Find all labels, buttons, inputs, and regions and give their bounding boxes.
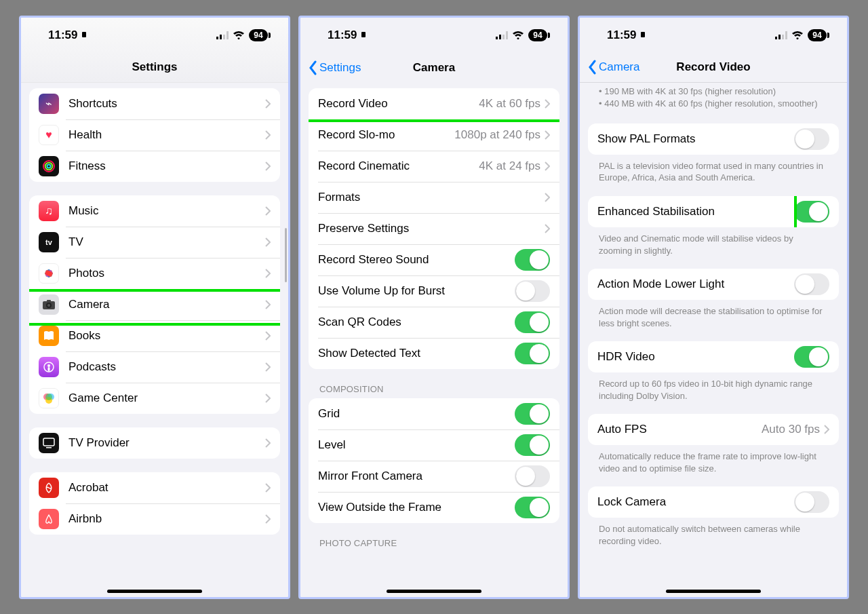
row-stereo[interactable]: Record Stereo Sound [309, 244, 559, 275]
location-icon [80, 28, 88, 42]
row-grid[interactable]: Grid [309, 398, 559, 429]
battery-icon: 94 [528, 29, 547, 41]
row-label: Record Slo-mo [318, 128, 454, 142]
storage-info: 190 MB with 4K at 30 fps (higher resolut… [580, 81, 847, 117]
row-record-slomo[interactable]: Record Slo-mo 1080p at 240 fps [309, 119, 559, 151]
row-label: Acrobat [68, 481, 265, 495]
row-preserve[interactable]: Preserve Settings [309, 213, 559, 244]
row-level[interactable]: Level [309, 429, 559, 461]
row-outside[interactable]: View Outside the Frame [309, 492, 559, 523]
settings-group-tvprovider: TV Provider [29, 427, 280, 459]
toggle-stab[interactable] [794, 201, 829, 223]
scrollbar[interactable] [285, 228, 287, 282]
row-record-video[interactable]: Record Video 4K at 60 fps [309, 88, 559, 119]
row-music[interactable]: ♫ Music [29, 195, 280, 227]
svg-rect-33 [506, 31, 508, 39]
toggle-hdr[interactable] [794, 346, 829, 368]
row-value: 1080p at 240 fps [454, 128, 540, 142]
row-label: Formats [318, 191, 545, 204]
row-podcasts[interactable]: Podcasts [29, 351, 280, 383]
row-value: 4K at 60 fps [479, 97, 540, 111]
row-autofps[interactable]: Auto FPS Auto 30 fps [588, 414, 839, 445]
home-indicator[interactable] [107, 590, 202, 593]
tvprovider-icon [39, 433, 59, 453]
row-mirror[interactable]: Mirror Front Camera [309, 461, 559, 492]
toggle-volburst[interactable] [515, 280, 550, 302]
toggle-grid[interactable] [515, 403, 550, 425]
home-indicator[interactable] [666, 590, 761, 593]
home-indicator[interactable] [387, 590, 481, 593]
svg-rect-17 [47, 300, 51, 302]
podcasts-icon [39, 357, 59, 377]
toggle-action[interactable] [794, 273, 829, 295]
back-button[interactable]: Settings [309, 60, 361, 75]
row-label: Enhanced Stabilisation [597, 205, 794, 218]
row-label: Scan QR Codes [318, 315, 515, 329]
toggle-mirror[interactable] [515, 465, 550, 487]
row-stab[interactable]: Enhanced Stabilisation [588, 196, 839, 227]
row-label: Mirror Front Camera [318, 469, 515, 483]
row-lock[interactable]: Lock Camera [588, 486, 839, 518]
row-camera[interactable]: Camera [29, 289, 280, 320]
row-volburst[interactable]: Use Volume Up for Burst [309, 275, 559, 307]
fitness-icon [39, 156, 59, 176]
row-pal[interactable]: Show PAL Formats [588, 123, 839, 155]
row-label: Show Detected Text [318, 347, 515, 360]
row-label: Lock Camera [597, 495, 794, 509]
svg-point-7 [47, 164, 50, 168]
group-lock: Lock Camera [588, 486, 839, 518]
chevron-icon [545, 99, 550, 109]
row-tv[interactable]: tv TV [29, 227, 280, 258]
row-acrobat[interactable]: Acrobat [29, 472, 280, 503]
row-record-cinematic[interactable]: Record Cinematic 4K at 24 fps [309, 151, 559, 182]
content[interactable]: ⌁ Shortcuts ♥ Health Fitness ♫ Music [21, 83, 288, 597]
svg-point-21 [47, 364, 50, 367]
row-detected[interactable]: Show Detected Text [309, 338, 559, 369]
row-label: Health [68, 128, 265, 142]
row-tvprovider[interactable]: TV Provider [29, 427, 280, 459]
row-label: Record Video [318, 97, 479, 111]
row-action[interactable]: Action Mode Lower Light [588, 269, 839, 300]
toggle-detected[interactable] [515, 343, 550, 364]
row-label: Action Mode Lower Light [597, 277, 794, 291]
row-hdr[interactable]: HDR Video [588, 341, 839, 372]
toggle-qr[interactable] [515, 311, 550, 333]
svg-rect-2 [220, 35, 222, 39]
toggle-level[interactable] [515, 434, 550, 456]
row-airbnb[interactable]: Airbnb [29, 503, 280, 535]
svg-point-6 [45, 162, 53, 170]
toggle-pal[interactable] [794, 128, 829, 150]
content[interactable]: Record Video 4K at 60 fps Record Slo-mo … [300, 83, 568, 597]
row-label: Auto FPS [597, 423, 762, 436]
status-time: 11:59 [48, 28, 77, 42]
camera-group-composition: Grid Level Mirror Front Camera View Outs… [309, 398, 559, 523]
row-books[interactable]: Books [29, 320, 280, 351]
info-line: 190 MB with 4K at 30 fps (higher resolut… [599, 85, 828, 98]
location-icon [639, 28, 647, 42]
row-formats[interactable]: Formats [309, 182, 559, 213]
group-pal: Show PAL Formats [588, 123, 839, 155]
row-health[interactable]: ♥ Health [29, 119, 280, 151]
acrobat-icon [39, 478, 59, 498]
toggle-stereo[interactable] [515, 249, 550, 271]
toggle-outside[interactable] [515, 497, 550, 518]
svg-rect-28 [46, 447, 52, 448]
toggle-lock[interactable] [794, 491, 829, 513]
svg-rect-27 [43, 438, 54, 446]
row-fitness[interactable]: Fitness [29, 151, 280, 182]
back-button[interactable]: Camera [588, 60, 639, 75]
svg-rect-36 [778, 35, 781, 39]
airbnb-icon [39, 509, 59, 529]
row-shortcuts[interactable]: ⌁ Shortcuts [29, 88, 280, 119]
row-photos[interactable]: Photos [29, 258, 280, 289]
svg-rect-1 [216, 37, 218, 39]
row-gamecenter[interactable]: Game Center [29, 383, 280, 414]
content[interactable]: 190 MB with 4K at 30 fps (higher resolut… [580, 81, 847, 597]
row-qr[interactable]: Scan QR Codes [309, 307, 559, 338]
row-label: Show PAL Formats [597, 132, 794, 146]
chevron-icon [265, 130, 271, 140]
svg-point-26 [45, 394, 52, 400]
status-bar: 11:59 94 [21, 18, 288, 53]
shortcuts-icon: ⌁ [39, 94, 59, 114]
svg-rect-34 [641, 32, 645, 37]
